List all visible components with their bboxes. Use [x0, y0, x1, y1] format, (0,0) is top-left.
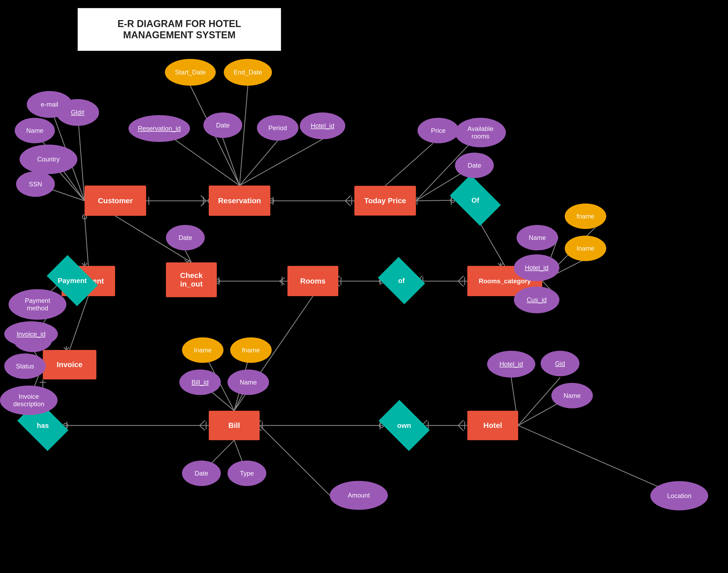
svg-line-41 — [85, 216, 88, 266]
attr-cus-id: Cus_id — [514, 286, 559, 313]
attr-end-date: End_Date — [224, 59, 272, 86]
attr-name-rc: Name — [516, 225, 558, 250]
attr-payment-method: Payment method — [9, 289, 66, 320]
svg-line-14 — [239, 139, 323, 186]
entity-rooms: Rooms — [287, 266, 338, 296]
svg-line-70 — [458, 281, 463, 286]
attr-amount: Amount — [330, 481, 388, 510]
attr-hotel-id-rc: Hotel_id — [514, 254, 559, 281]
attr-type-bill: Type — [227, 461, 266, 486]
svg-line-26 — [416, 200, 454, 201]
attr-date-check: Date — [166, 225, 205, 250]
attr-available-rooms: Available rooms — [455, 118, 506, 147]
svg-line-22 — [345, 201, 351, 206]
attr-gid-hotel: Gid — [541, 351, 579, 376]
attr-iname-bill: Iname — [182, 337, 223, 363]
svg-line-69 — [458, 276, 463, 281]
entity-customer: Customer — [85, 186, 146, 216]
svg-line-16 — [239, 86, 248, 186]
diagram-title: E-R DIAGRAM FOR HOTEL MANAGEMENT SYSTEM — [83, 18, 275, 41]
svg-line-88 — [200, 425, 205, 430]
attr-gld: Gld# — [56, 99, 99, 126]
attr-fname-bill: fname — [230, 337, 272, 363]
attr-date-top: Date — [455, 153, 494, 178]
attr-ssn: SSN — [16, 171, 55, 197]
attr-hotel-id-reservation: Hotel_id — [300, 112, 345, 139]
svg-line-112 — [518, 425, 679, 496]
attr-reservation-id: Reservation_id — [128, 115, 190, 142]
svg-line-12 — [223, 138, 239, 186]
attr-price: Price — [417, 118, 459, 143]
entity-invoice: Invoice — [43, 350, 96, 379]
attr-name-customer: Name — [15, 118, 55, 143]
attr-hotel-id-hotel: Hotel_id — [487, 351, 535, 377]
attr-iname-rc: Iname — [565, 236, 606, 261]
svg-line-13 — [239, 141, 278, 186]
entity-hotel: Hotel — [467, 411, 518, 440]
attr-start-date: Start_Date — [165, 59, 216, 86]
svg-line-21 — [345, 196, 351, 201]
attr-status: Status — [4, 354, 46, 379]
attr-bill-id: Bill_id — [179, 369, 221, 395]
attr-invoice-description: Invoice description — [0, 385, 58, 415]
entity-reservation: Reservation — [209, 186, 270, 216]
relationship-own: own — [383, 411, 426, 440]
relationship-payment: Payment — [51, 266, 94, 295]
attr-period: Period — [257, 115, 298, 141]
svg-line-71 — [70, 296, 88, 350]
entity-bill: Bill — [209, 411, 260, 440]
svg-line-23 — [385, 143, 433, 186]
svg-line-107 — [458, 420, 463, 425]
relationship-of: Of — [454, 186, 497, 215]
attr-name-hotel: Name — [551, 383, 593, 408]
svg-line-87 — [200, 420, 205, 425]
title-box: E-R DIAGRAM FOR HOTEL MANAGEMENT SYSTEM — [77, 8, 281, 51]
entity-check-in-out: Check in_out — [166, 262, 217, 297]
attr-name-bill: Name — [227, 369, 269, 395]
attr-date-reservation: Date — [204, 112, 242, 138]
relationship-of2: of — [383, 266, 420, 295]
attr-country: Country — [19, 145, 77, 174]
diagram-container: E-R DIAGRAM FOR HOTEL MANAGEMENT SYSTEM … — [0, 0, 728, 573]
attr-fname-rc: fname — [565, 204, 606, 229]
svg-line-93 — [260, 425, 330, 496]
relationship-has: has — [21, 411, 64, 440]
entity-today-price: Today Price — [354, 186, 416, 215]
attr-invoice-id: Invoice_id — [4, 321, 58, 347]
attr-location: Location — [651, 481, 708, 510]
attr-date-bill: Date — [182, 461, 221, 486]
svg-line-108 — [458, 425, 463, 431]
